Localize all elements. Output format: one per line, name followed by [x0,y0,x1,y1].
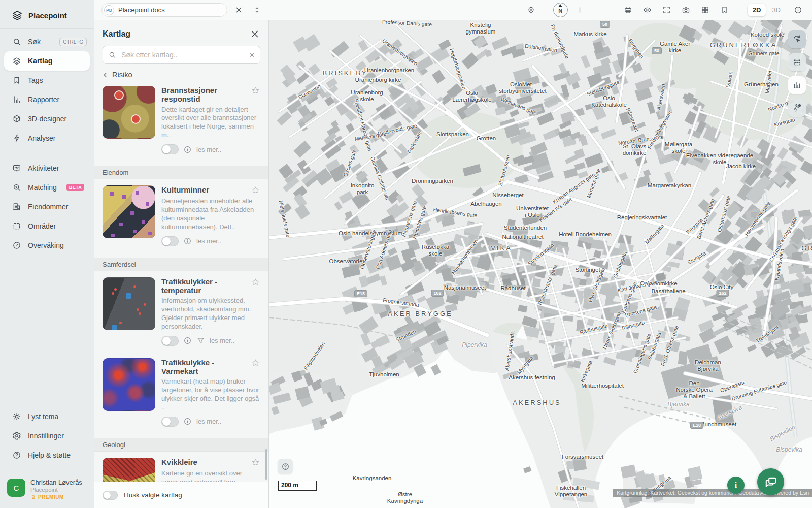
read-more-link[interactable]: les mer.. [210,337,234,344]
placepoint-logo-icon [11,9,23,21]
locate-button[interactable] [524,3,538,17]
layer-section-header: Eiendom [94,166,268,179]
sidebar-item-hjelp-st-tte[interactable]: Hjelp & støtte [0,446,94,465]
favorite-star-button[interactable] [251,277,260,287]
doc-switch-button[interactable] [250,3,264,17]
sidebar-item-aktiviteter[interactable]: Aktiviteter [0,158,94,178]
info-icon[interactable] [183,336,192,345]
panel-header: Kartlag [94,20,268,46]
rotate-select-button[interactable] [788,30,806,48]
layer-section-label: Samferdsel [103,261,136,268]
doc-close-button[interactable] [231,3,246,17]
divider [0,28,94,29]
layer-thumbnail[interactable] [103,86,155,139]
layer-section-header: Samferdsel [94,258,268,271]
sidebar-item-label: Kartlag [28,57,52,65]
favorite-star-button[interactable] [251,86,260,96]
sidebar-item-omr-der[interactable]: Områder [0,216,94,236]
search-clear-icon[interactable]: ✕ [249,51,255,59]
visibility-button[interactable] [640,3,655,17]
back-breadcrumb[interactable]: Risiko [101,71,260,79]
map-info-button[interactable]: i [727,477,745,494]
sun-icon [12,412,21,421]
sidebar-nav-secondary: AktiviteterMatchingBETAEiendommerOmråder… [0,158,94,255]
layer-section-label: Eiendom [103,169,128,176]
map-canvas[interactable] [269,20,812,508]
sidebar-item-lyst-tema[interactable]: Lyst tema [0,407,94,426]
read-more-link[interactable]: les mer.. [196,146,221,153]
app-logo[interactable]: Placepoint [0,0,94,28]
divider [546,5,546,15]
spacer [0,255,94,407]
zoom-out-button[interactable] [592,3,606,17]
measure-button[interactable] [788,53,806,71]
grid-button[interactable] [698,3,713,17]
activity-monitor-icon [12,164,21,173]
sidebar-item-3d-designer[interactable]: 3D-designer [0,109,94,129]
layer-thumbnail[interactable] [103,185,155,238]
user-profile[interactable]: C Christian Løverås Placepoint PREMIUM [0,472,94,508]
sidebar-item-analyser[interactable]: Analyser [0,129,94,148]
fullscreen-button[interactable] [660,3,674,17]
layer-search-input[interactable] [120,50,245,59]
layer-toggle[interactable] [161,236,179,246]
topbar: PD Placepoint docs N [94,0,812,20]
layer-toggle[interactable] [161,336,179,346]
back-label: Risiko [112,71,132,79]
layer-title: Kulturminner [161,185,248,194]
print-button[interactable] [621,3,635,17]
info-icon[interactable] [183,417,192,426]
sidebar-item-kartlag[interactable]: Kartlag [4,51,90,71]
bookmark-button[interactable] [718,3,732,17]
layer-thumbnail[interactable] [103,277,155,330]
layer-title: Kvikkleire [161,458,248,466]
layer-toggle[interactable] [161,417,179,427]
layer-card-body: Trafikkulykker - temperaturInformasjon o… [161,277,262,346]
filter-icon[interactable] [196,336,205,345]
screenshot-button[interactable] [679,3,693,17]
sidebar-item-label: Eiendommer [28,203,68,211]
info-icon[interactable] [183,237,192,245]
layer-section-header: Geologi [94,438,268,452]
favorite-star-button[interactable] [251,458,260,467]
travel-time-button[interactable] [788,99,806,117]
chart-button[interactable] [788,76,806,94]
panel-close-button[interactable] [249,28,260,40]
layer-card-body: KvikkleireKartene gir en oversikt over s… [161,458,262,482]
divider [0,469,94,469]
info-icon[interactable] [183,145,192,154]
zoom-in-button[interactable] [573,3,587,17]
mode-2d-button[interactable]: 2D [748,4,766,16]
favorite-star-button[interactable] [251,185,260,195]
map-help-button[interactable] [278,459,293,474]
layer-description: Varmekart (heat map) bruker fargetoner, … [161,377,260,412]
sidebar-item-overv-king[interactable]: Overvåking [0,236,94,255]
mode-3d-button[interactable]: 3D [767,4,786,16]
read-more-link[interactable]: les mer.. [196,418,221,425]
sidebar-item-rapporter[interactable]: Rapporter [0,90,94,109]
sidebar-item-matching[interactable]: MatchingBETA [0,178,94,197]
active-doc-pill[interactable]: PD Placepoint docs [101,3,227,17]
compass-button[interactable]: N [553,3,568,17]
layer-toggle[interactable] [161,144,179,154]
info-button[interactable] [791,3,805,17]
remember-layers-label: Husk valgte kartlag [124,491,182,499]
layer-description: Dette kartlaget gir en detaljert oversik… [161,106,260,140]
sidebar-item-innstillinger[interactable]: Innstillinger [0,426,94,446]
read-more-link[interactable]: les mer.. [196,237,221,245]
sidebar-item-label: Analyser [28,134,55,142]
layer-thumbnail[interactable] [103,458,155,482]
tag-icon [12,76,21,85]
sidebar-item-s-k[interactable]: SøkCTRL+G [0,32,94,51]
sidebar-item-tags[interactable]: Tags [0,71,94,90]
sidebar-item-eiendommer[interactable]: Eiendommer [0,197,94,216]
chat-button[interactable] [757,468,784,495]
user-plan: PREMIUM [30,494,82,500]
layer-thumbnail[interactable] [103,358,155,411]
layer-card-body: KulturminnerDennetjenesten inneholder al… [161,185,262,246]
favorite-star-button[interactable] [251,358,260,368]
remember-layers-toggle[interactable] [103,491,118,500]
layer-card-body: Trafikkulykke - VarmekartVarmekart (heat… [161,358,262,427]
panel-scrollbar-thumb[interactable] [265,449,267,480]
map-mode-toggle: 2D 3D [748,4,786,16]
